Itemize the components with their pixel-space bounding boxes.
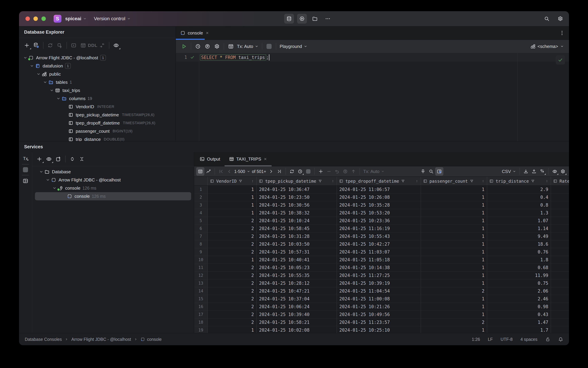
cell-trip_distance[interactable]: 0.4 [487,193,551,201]
cell-vendorid[interactable]: 2 [208,311,257,319]
services-tree-item-database[interactable]: Database [32,168,194,176]
code-editor[interactable]: 1 SELECT * FROM taxi_trips; [176,53,569,141]
cell-rate[interactable] [551,256,569,264]
db-tree-item-tpep-pickup-datetime[interactable]: tpep_pickup_datetimeTIMESTAMP(26,6) [19,111,176,119]
filter-funnel-icon[interactable] [318,179,322,183]
row-number[interactable]: 6 [194,225,208,233]
chevron-down-icon[interactable] [50,88,54,92]
disconnect-button[interactable] [55,41,64,50]
tab-taxi-trips[interactable]: TAXI_TRIPS [225,152,272,166]
cell-vendorid[interactable]: 1 [208,201,257,209]
db-tree-item-public[interactable]: public [19,70,176,78]
db-tree-item-datafusion[interactable]: datafusion1 [19,62,176,70]
cell-rate[interactable] [551,264,569,272]
cell-rate[interactable] [551,326,569,333]
cell-tpep_dropoff_datetime[interactable]: 2024-01-25 10:53:20 [337,209,421,217]
cell-vendorid[interactable]: 2 [208,287,257,295]
cell-tpep_dropoff_datetime[interactable]: 2024-01-25 10:26:08 [337,193,421,201]
close-window-button[interactable] [26,17,30,21]
data-source-properties-button[interactable] [32,41,41,50]
breadcrumb-item[interactable]: Database Consoles [25,337,62,342]
chevron-down-icon[interactable] [43,80,47,84]
more-actions-button[interactable] [323,14,333,24]
cell-tpep_pickup_datetime[interactable]: 2024-01-25 10:36:47 [257,186,337,193]
chevron-down-icon[interactable] [23,55,27,60]
cell-rate[interactable] [551,240,569,248]
cell-passenger_count[interactable]: 1 [421,303,487,311]
cell-rate[interactable] [551,217,569,225]
cell-trip_distance[interactable]: 11.99 [487,272,551,279]
cell-tpep_dropoff_datetime[interactable]: 2024-01-25 11:03:07 [337,248,421,256]
ddl-button[interactable]: DDL [88,41,98,50]
row-number[interactable]: 16 [194,303,208,311]
grid-corner[interactable] [194,177,208,185]
cell-passenger_count[interactable]: 1 [421,201,487,209]
project-files-button[interactable] [310,14,320,24]
cell-tpep_pickup_datetime[interactable]: 2024-01-25 10:37:04 [257,295,337,303]
cell-passenger_count[interactable]: 1 [421,217,487,225]
row-number[interactable]: 4 [194,209,208,217]
cell-tpep_pickup_datetime[interactable]: 2024-01-25 10:23:50 [257,193,337,201]
db-tree-item-vendorid[interactable]: VendorIDINTEGER [19,103,176,111]
cell-trip_distance[interactable]: 1.7 [487,326,551,333]
cell-trip_distance[interactable]: 1.07 [487,217,551,225]
cell-passenger_count[interactable]: 1 [421,233,487,240]
cell-vendorid[interactable]: 2 [208,240,257,248]
cell-passenger_count[interactable]: 1 [421,186,487,193]
close-icon[interactable] [263,157,267,161]
cell-trip_distance[interactable]: 1.14 [487,225,551,233]
previous-page-button[interactable] [225,167,233,176]
breadcrumb-item[interactable]: console [141,337,162,342]
open-in-new-tab-button[interactable] [54,154,63,164]
cell-rate[interactable] [551,186,569,193]
cell-trip_distance[interactable]: 0.76 [487,248,551,256]
sort-icon[interactable] [481,179,485,183]
row-number[interactable]: 17 [194,311,208,319]
playground-select[interactable]: Playground [278,44,309,49]
chevron-down-icon[interactable] [30,64,34,68]
cell-trip_distance[interactable]: 0.98 [487,303,551,311]
next-page-button[interactable] [267,167,275,176]
row-number[interactable]: 14 [194,287,208,295]
cell-vendorid[interactable]: 2 [208,279,257,287]
zoom-window-button[interactable] [41,17,46,21]
transfer-button[interactable] [538,167,546,176]
cell-trip_distance[interactable]: 18.6 [487,240,551,248]
cell-tpep_pickup_datetime[interactable]: 2024-01-25 10:06:24 [257,303,337,311]
db-tree-item-taxi-trips[interactable]: taxi_trips [19,86,176,94]
minimize-window-button[interactable] [34,17,38,21]
cell-trip_distance[interactable]: 1.8 [487,256,551,264]
auto-refresh-button[interactable] [296,167,304,176]
cell-vendorid[interactable]: 1 [208,256,257,264]
cell-rate[interactable] [551,303,569,311]
column-header-rate[interactable]: Rate [551,177,569,185]
grid-view-options-button[interactable] [551,167,559,176]
cell-tpep_dropoff_datetime[interactable]: 2024-01-25 11:23:57 [337,319,421,326]
row-number[interactable]: 19 [194,326,208,333]
cell-tpep_dropoff_datetime[interactable]: 2024-01-25 11:27:25 [337,272,421,279]
new-item-button[interactable] [22,41,32,50]
export-button[interactable] [530,167,538,176]
cell-rate[interactable] [551,209,569,217]
cell-vendorid[interactable]: 2 [208,225,257,233]
row-number[interactable]: 10 [194,256,208,264]
cell-vendorid[interactable]: 2 [208,295,257,303]
cell-passenger_count[interactable]: 2 [421,319,487,326]
row-number[interactable]: 15 [194,295,208,303]
cell-vendorid[interactable]: 2 [208,248,257,256]
stop-query-button[interactable] [304,167,312,176]
sort-icon[interactable] [415,179,419,183]
history-button[interactable] [193,42,203,51]
cell-tpep_dropoff_datetime[interactable]: 2024-01-25 10:55:43 [337,233,421,240]
cell-tpep_pickup_datetime[interactable]: 2024-01-25 10:58:21 [257,319,337,326]
filter-funnel-icon[interactable] [470,179,474,183]
row-number[interactable]: 11 [194,264,208,272]
cell-vendorid[interactable]: 2 [208,217,257,225]
cell-tpep_dropoff_datetime[interactable]: 2024-01-25 10:49:56 [337,311,421,319]
row-number[interactable]: 18 [194,319,208,326]
cell-trip_distance[interactable]: 0.8 [487,201,551,209]
cell-passenger_count[interactable]: 1 [421,295,487,303]
cell-tpep_dropoff_datetime[interactable]: 2024-01-25 10:14:38 [337,264,421,272]
cell-passenger_count[interactable]: 1 [421,256,487,264]
jump-arrows-button[interactable] [98,41,107,50]
